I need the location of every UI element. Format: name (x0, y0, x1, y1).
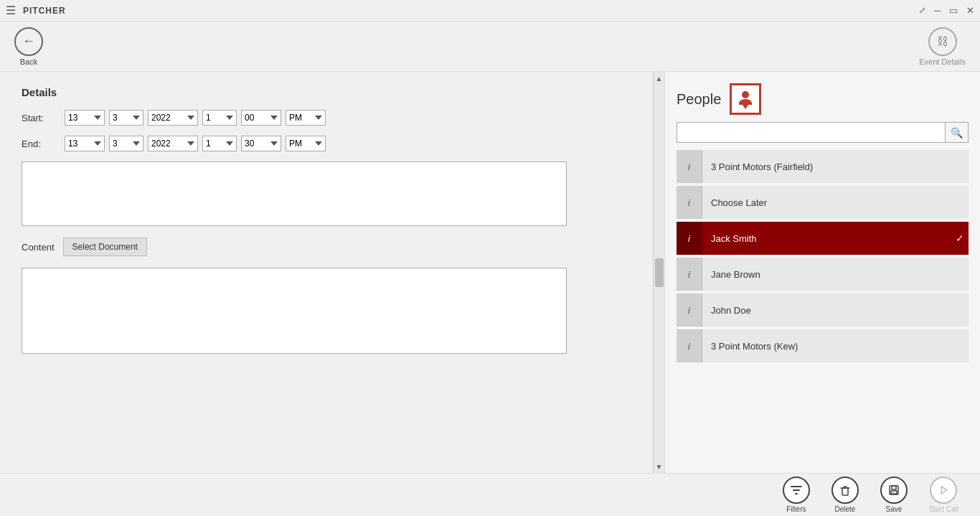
filters-icon-circle (783, 477, 810, 504)
end-label: End: (22, 139, 65, 149)
people-list-item[interactable]: i Choose Later (677, 186, 969, 219)
delete-icon-circle (831, 477, 859, 504)
event-details-button[interactable]: ⛓ Event Details (919, 27, 966, 66)
people-item-info-icon: i (677, 150, 702, 183)
people-list-item[interactable]: i 3 Point Motors (Fairfield) (677, 150, 969, 183)
filters-button[interactable]: Filters (783, 477, 810, 513)
left-panel: Details Start: 13 3 2022 1 00 (0, 72, 653, 473)
save-icon-circle (880, 477, 908, 504)
play-icon (937, 484, 950, 497)
start-year-select[interactable]: 2022 (148, 110, 198, 126)
people-list-item[interactable]: i John Doe (677, 294, 969, 327)
right-panel: People 🔍 i 3 Point Motors (Fairfield) i … (664, 72, 980, 473)
start-call-button[interactable]: Start Call (929, 477, 958, 513)
people-item-info-icon: i (677, 329, 702, 362)
search-input[interactable] (677, 123, 945, 142)
people-label: People (677, 91, 721, 108)
content-row: Content Select Document (22, 238, 631, 256)
end-month-select[interactable]: 3 (109, 136, 143, 151)
svg-point-0 (742, 91, 749, 98)
delete-button[interactable]: Delete (831, 477, 859, 513)
left-scrollbar[interactable]: ▲ ▼ (653, 72, 664, 473)
save-button[interactable]: Save (880, 477, 908, 513)
people-list-item[interactable]: i 3 Point Motors (Kew) (677, 329, 969, 362)
start-call-label: Start Call (929, 505, 958, 513)
window-controls: ⤢ ─ ▭ ✕ (919, 5, 974, 16)
event-details-label: Event Details (919, 57, 966, 66)
people-header: People (665, 72, 980, 122)
search-button[interactable]: 🔍 (945, 123, 968, 142)
expand-icon[interactable]: ⤢ (919, 6, 925, 15)
back-circle: ← (14, 27, 43, 56)
delete-label: Delete (834, 505, 855, 513)
search-box: 🔍 (677, 122, 969, 143)
notes-textarea[interactable] (22, 161, 567, 226)
start-min-select[interactable]: 00 (241, 110, 281, 126)
people-list-item[interactable]: i Jane Brown (677, 258, 969, 291)
title-bar: ☰ PITCHER ⤢ ─ ▭ ✕ (0, 0, 980, 22)
people-icon-box (730, 83, 761, 115)
filters-label: Filters (786, 505, 806, 513)
start-month-select[interactable]: 3 (109, 110, 143, 126)
scroll-down-arrow[interactable]: ▼ (654, 461, 664, 472)
people-item-check: ✓ (951, 233, 969, 244)
end-hour-select[interactable]: 1 (202, 136, 237, 151)
filter-icon (790, 484, 803, 497)
start-dropdowns: 13 3 2022 1 00 PM (65, 110, 326, 126)
end-dropdowns: 13 3 2022 1 30 PM (65, 136, 326, 151)
people-item-info-icon: i (677, 258, 702, 291)
top-toolbar: ← Back ⛓ Event Details (0, 22, 980, 72)
end-day-select[interactable]: 13 (65, 136, 105, 151)
people-item-name: 3 Point Motors (Fairfield) (702, 161, 969, 172)
back-label: Back (20, 57, 37, 66)
start-hour-select[interactable]: 1 (202, 110, 237, 126)
select-document-button[interactable]: Select Document (63, 238, 147, 256)
end-year-select[interactable]: 2022 (148, 136, 198, 151)
end-row: End: 13 3 2022 1 30 PM (22, 136, 631, 151)
event-details-circle: ⛓ (928, 27, 957, 56)
minimize-icon[interactable]: ─ (934, 5, 941, 16)
end-min-select[interactable]: 30 (241, 136, 281, 151)
end-ampm-select[interactable]: PM (286, 136, 326, 151)
people-list: i 3 Point Motors (Fairfield) i Choose La… (665, 150, 980, 473)
svg-rect-4 (892, 486, 896, 489)
main-content: Details Start: 13 3 2022 1 00 (0, 72, 980, 473)
start-call-icon-circle (930, 477, 957, 504)
svg-rect-2 (842, 488, 848, 495)
trash-icon (839, 484, 852, 497)
start-label: Start: (22, 113, 65, 123)
person-pin-icon (737, 89, 754, 109)
people-item-name: Choose Later (702, 197, 969, 208)
start-row: Start: 13 3 2022 1 00 PM (22, 110, 631, 126)
content-textarea[interactable] (22, 268, 567, 354)
svg-marker-6 (941, 487, 947, 494)
start-day-select[interactable]: 13 (65, 110, 105, 126)
scroll-thumb[interactable] (655, 258, 664, 287)
section-title: Details (22, 86, 631, 98)
save-label: Save (885, 505, 902, 513)
close-icon[interactable]: ✕ (966, 5, 974, 16)
people-item-info-icon: i (677, 294, 702, 327)
people-item-name: Jane Brown (702, 269, 969, 280)
people-item-info-icon: i (677, 186, 702, 219)
notes-container (22, 161, 631, 238)
people-item-name: Jack Smith (702, 233, 951, 244)
restore-icon[interactable]: ▭ (949, 5, 958, 16)
people-item-name: John Doe (702, 305, 969, 316)
svg-marker-1 (743, 105, 748, 109)
people-item-name: 3 Point Motors (Kew) (702, 341, 969, 352)
people-item-info-icon: i (677, 222, 702, 255)
people-list-item[interactable]: i Jack Smith ✓ (677, 222, 969, 255)
bottom-toolbar: Filters Delete Save Start Call (0, 473, 980, 516)
app-title: PITCHER (23, 6, 66, 16)
scroll-up-arrow[interactable]: ▲ (654, 73, 664, 83)
back-button[interactable]: ← Back (14, 27, 43, 66)
save-icon (887, 484, 900, 497)
menu-icon[interactable]: ☰ (6, 4, 16, 17)
svg-rect-5 (891, 491, 897, 494)
start-ampm-select[interactable]: PM (286, 110, 326, 126)
content-label: Content (22, 242, 55, 253)
